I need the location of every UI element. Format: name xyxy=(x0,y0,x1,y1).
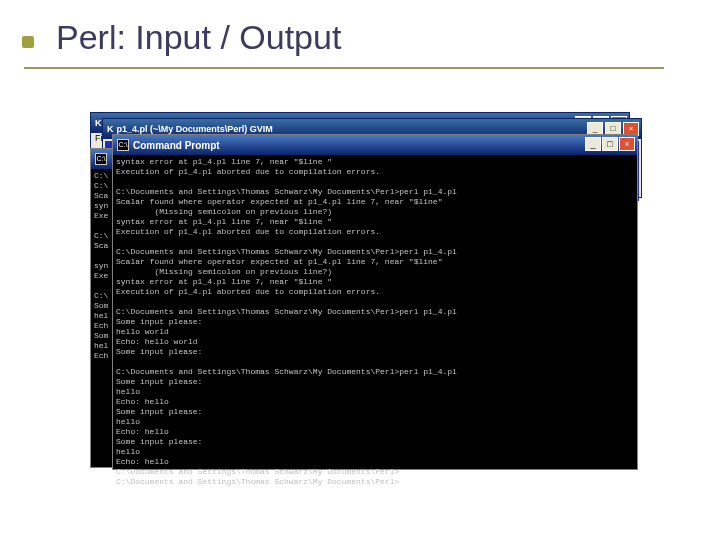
header-rule xyxy=(24,67,664,69)
editor-title-text: p1_4.pl (~\My Documents\Perl) GVIM xyxy=(117,124,273,134)
cmd-icon: C:\ xyxy=(95,153,107,165)
close-button[interactable]: × xyxy=(619,137,635,151)
cmd-icon: C:\ xyxy=(117,139,129,151)
command-prompt-front[interactable]: C:\ Command Prompt _ □ × syntax error at… xyxy=(112,134,638,470)
slide-title: Perl: Input / Output xyxy=(56,18,690,57)
maximize-button[interactable]: □ xyxy=(602,137,618,151)
slide-bullet-icon xyxy=(22,36,34,48)
cmd-title-text: Command Prompt xyxy=(133,140,220,151)
console-output-front[interactable]: syntax error at p1_4.pl line 7, near "$l… xyxy=(113,155,637,489)
screenshot-stage: K _ □ × File K p1_4.pl (~\My Documents\P… xyxy=(90,112,650,472)
editor-icon: K xyxy=(95,118,102,128)
minimize-button[interactable]: _ xyxy=(585,137,601,151)
cmd-titlebar-front[interactable]: C:\ Command Prompt _ □ × xyxy=(113,135,637,155)
slide-header: Perl: Input / Output xyxy=(0,0,720,67)
editor-icon: K xyxy=(107,124,114,134)
